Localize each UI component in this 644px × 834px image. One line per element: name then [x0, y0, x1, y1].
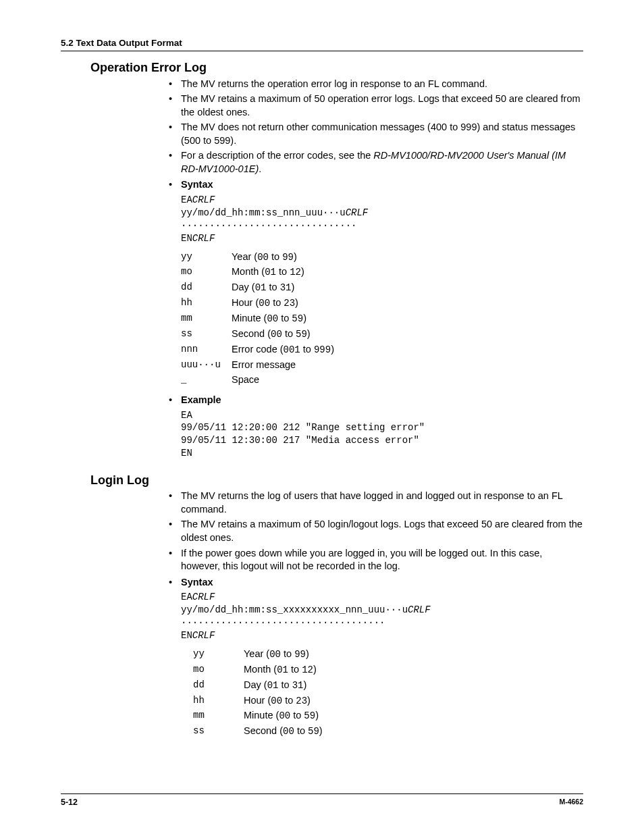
param-row: ddDay (01 to 31): [181, 281, 583, 294]
param-key: dd: [193, 679, 244, 692]
param-row: ddDay (01 to 31): [193, 679, 583, 692]
param-close: ): [294, 251, 297, 262]
param-label: Year (: [244, 648, 269, 659]
param-close: ): [306, 648, 309, 659]
param-key: mm: [181, 312, 232, 325]
param-key: nnn: [181, 343, 232, 357]
param-key: dd: [181, 281, 232, 294]
bullet-text: The MV does not return other communicati…: [181, 121, 583, 147]
param-label: Month (: [232, 266, 265, 277]
param-row: moMonth (01 to 12): [181, 265, 583, 279]
param-range-high: 12: [302, 664, 313, 675]
bullet-item: • For a description of the error codes, …: [169, 149, 583, 176]
param-key: _: [181, 373, 232, 387]
bullet-item: • The MV returns the log of users that h…: [169, 490, 583, 516]
param-desc: Month (01 to 12): [244, 663, 583, 677]
param-range-to: to: [278, 313, 292, 323]
param-range-high: 31: [280, 282, 292, 293]
bullet-text: The MV returns the operation error log i…: [181, 78, 583, 91]
param-close: ): [307, 695, 311, 706]
syntax-token: yy/mo/dd_hh:mm:ss_nnn_uuu···u: [181, 207, 346, 218]
param-desc: Month (01 to 12): [232, 265, 583, 279]
syntax-label: Syntax: [181, 178, 583, 192]
crlf-token: CRLF: [192, 630, 215, 641]
example-line: EA: [181, 409, 583, 422]
bullet-item: • The MV retains a maximum of 50 operati…: [169, 93, 583, 119]
param-range-high: 31: [292, 680, 304, 691]
param-range-to: to: [300, 344, 314, 355]
syntax-label: Syntax: [181, 576, 583, 590]
bullet-text: The MV retains a maximum of 50 operation…: [181, 93, 583, 119]
param-range-low: 00: [259, 298, 270, 309]
crlf-token: CRLF: [408, 604, 431, 615]
running-header: 5.2 Text Data Output Format: [61, 37, 583, 51]
param-table: yyYear (00 to 99)moMonth (01 to 12)ddDay…: [193, 648, 583, 738]
param-row: hhHour (00 to 23): [181, 296, 583, 310]
param-label: Space: [232, 374, 259, 385]
syntax-dots: ····································: [181, 617, 583, 629]
param-close: ): [315, 710, 319, 721]
param-label: Day (: [232, 282, 255, 292]
example-line: 99/05/11 12:20:00 212 "Range setting err…: [181, 421, 583, 434]
param-row: nnnError code (001 to 999): [181, 343, 583, 357]
param-key: ss: [181, 328, 232, 341]
param-close: ): [303, 313, 306, 323]
param-row: hhHour (00 to 23): [193, 694, 583, 708]
example-label: Example: [181, 394, 583, 407]
param-table: yyYear (00 to 99)moMonth (01 to 12)ddDay…: [181, 251, 583, 387]
bullet-text: The MV returns the log of users that hav…: [181, 490, 583, 516]
param-desc: Minute (00 to 59): [232, 312, 583, 325]
param-range-low: 01: [265, 267, 276, 278]
crlf-token: CRLF: [192, 592, 215, 602]
login-log-heading: Login Log: [90, 472, 583, 488]
syntax-dots: ·······························: [181, 219, 583, 232]
param-range-high: 59: [292, 313, 303, 324]
param-desc: Space: [232, 373, 583, 387]
param-range-high: 59: [304, 710, 315, 721]
bullet-marker: •: [169, 78, 181, 91]
bullet-marker: •: [169, 93, 181, 119]
param-label: Month (: [244, 664, 277, 675]
param-range-to: to: [266, 282, 279, 292]
syntax-token: EA: [181, 194, 192, 205]
example-heading-row: • Example: [169, 394, 583, 407]
page-number: 5-12: [61, 797, 78, 808]
param-label: Hour (: [232, 297, 259, 308]
param-key: hh: [181, 296, 232, 310]
bullet-marker: •: [169, 490, 181, 516]
param-desc: Day (01 to 31): [232, 281, 583, 294]
param-close: ): [331, 344, 334, 355]
param-key: yy: [193, 648, 244, 661]
bullet-marker: •: [169, 518, 181, 544]
param-range-high: 12: [290, 267, 301, 278]
param-key: ss: [193, 725, 244, 738]
param-close: ): [313, 664, 317, 675]
param-range-to: to: [269, 251, 282, 262]
param-range-low: 00: [279, 710, 290, 721]
param-row: ssSecond (00 to 59): [181, 328, 583, 341]
bullet-text-period: .: [259, 163, 261, 174]
param-range-to: to: [281, 648, 294, 659]
param-range-high: 99: [294, 649, 306, 660]
param-range-to: to: [288, 664, 302, 675]
param-range-high: 23: [296, 696, 307, 706]
param-range-high: 99: [282, 252, 294, 263]
param-row: moMonth (01 to 12): [193, 663, 583, 677]
param-range-low: 001: [284, 344, 300, 355]
bullet-text: If the power goes down while you are log…: [181, 547, 583, 573]
login-log-content: • The MV returns the log of users that h…: [169, 490, 583, 738]
param-range-low: 00: [283, 726, 294, 737]
param-range-low: 01: [277, 664, 288, 675]
param-row: yyYear (00 to 99): [193, 648, 583, 661]
param-range-high: 23: [284, 298, 295, 309]
param-desc: Year (00 to 99): [232, 251, 583, 264]
page-footer: 5-12 M-4662: [61, 793, 583, 808]
param-range-low: 01: [267, 680, 279, 691]
param-range-high: 999: [314, 344, 331, 355]
param-range-low: 00: [271, 696, 282, 706]
bullet-item: • The MV returns the operation error log…: [169, 78, 583, 91]
bullet-marker: •: [169, 121, 181, 147]
bullet-marker: •: [169, 547, 181, 573]
param-desc: Second (00 to 59): [232, 328, 583, 341]
syntax-heading-row: • Syntax: [169, 576, 583, 590]
